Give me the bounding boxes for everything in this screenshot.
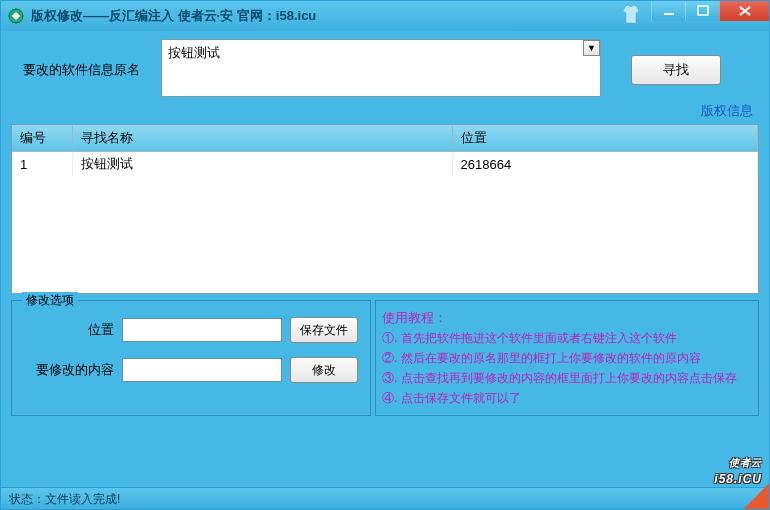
position-label: 位置 <box>18 321 114 339</box>
bottom-panels: 修改选项 位置 保存文件 要修改的内容 修改 使用教程： ①. 首先把软件拖进这… <box>11 300 759 416</box>
col-header-pos[interactable]: 位置 <box>452 125 758 152</box>
results-table: 编号 寻找名称 位置 1 按钮测试 2618664 <box>11 124 759 294</box>
search-input[interactable]: 按钮测试 <box>161 39 601 97</box>
content-input[interactable] <box>122 358 282 382</box>
minimize-button[interactable] <box>651 1 685 21</box>
col-header-id[interactable]: 编号 <box>12 125 72 152</box>
copyright-info-link[interactable]: 版权信息 <box>11 100 759 124</box>
status-bar: 状态：文件读入完成! <box>1 487 769 509</box>
tutorial-step: ①. 首先把软件拖进这个软件里面或者右键注入这个软件 <box>382 329 752 347</box>
spin-down-button[interactable]: ▼ <box>583 40 600 56</box>
corner-ribbon-icon <box>733 481 769 509</box>
position-input[interactable] <box>122 318 282 342</box>
options-legend: 修改选项 <box>22 292 78 309</box>
col-header-name[interactable]: 寻找名称 <box>72 125 452 152</box>
tutorial-title: 使用教程： <box>382 309 752 327</box>
window-title: 版权修改——反汇编注入 使者云·安 官网：i58.icu <box>31 7 316 25</box>
client-area: 要改的软件信息原名 按钮测试 ▲ ▼ 寻找 版权信息 编号 寻找名称 位置 1 … <box>1 31 769 487</box>
tutorial-step: ④. 点击保存文件就可以了 <box>382 389 752 407</box>
cell-pos: 2618664 <box>452 152 758 177</box>
svg-rect-2 <box>698 6 708 15</box>
cell-id: 1 <box>12 152 72 177</box>
tutorial-step: ③. 点击查找再到要修改的内容的框里面打上你要改的内容点击保存 <box>382 369 752 387</box>
content-label: 要修改的内容 <box>18 361 114 379</box>
search-label: 要改的软件信息原名 <box>11 39 151 79</box>
titlebar[interactable]: 版权修改——反汇编注入 使者云·安 官网：i58.icu <box>1 1 769 31</box>
tutorial-box: 使用教程： ①. 首先把软件拖进这个软件里面或者右键注入这个软件 ②. 然后在要… <box>375 300 759 416</box>
maximize-button[interactable] <box>685 1 719 21</box>
app-icon <box>7 7 25 25</box>
find-button[interactable]: 寻找 <box>631 55 721 85</box>
skin-icon[interactable] <box>619 5 643 25</box>
modify-button[interactable]: 修改 <box>290 357 358 383</box>
table-row[interactable]: 1 按钮测试 2618664 <box>12 152 758 177</box>
search-row: 要改的软件信息原名 按钮测试 ▲ ▼ 寻找 <box>11 39 759 100</box>
modify-options-group: 修改选项 位置 保存文件 要修改的内容 修改 <box>11 300 371 416</box>
status-text: 状态：文件读入完成! <box>9 492 120 506</box>
app-window: 版权修改——反汇编注入 使者云·安 官网：i58.icu 要改的软件信息原名 按… <box>0 0 770 510</box>
close-button[interactable] <box>719 1 769 21</box>
save-file-button[interactable]: 保存文件 <box>290 317 358 343</box>
system-buttons <box>619 1 769 25</box>
tutorial-step: ②. 然后在要改的原名那里的框打上你要修改的软件的原内容 <box>382 349 752 367</box>
svg-rect-1 <box>664 13 674 15</box>
cell-name: 按钮测试 <box>72 152 452 177</box>
